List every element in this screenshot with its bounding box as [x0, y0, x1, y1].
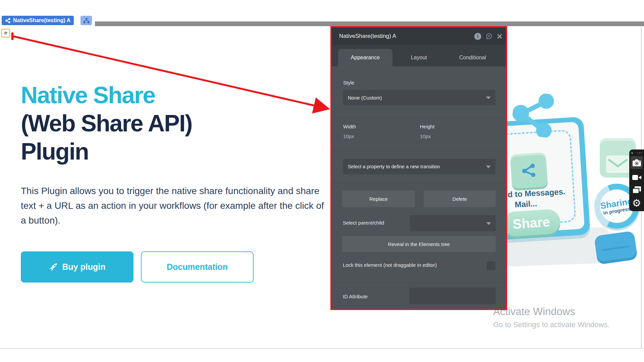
style-dropdown-value: None (Custom): [348, 95, 382, 101]
tab-layout-label: Layout: [411, 55, 427, 61]
width-label: Width: [343, 124, 356, 129]
tab-layout[interactable]: Layout: [399, 49, 439, 66]
parent-child-label: Select parent/child: [343, 220, 384, 226]
height-label: Height: [420, 124, 434, 129]
buy-plugin-label: Buy plugin: [62, 262, 105, 272]
more-icon[interactable]: ⋯: [637, 151, 642, 155]
parent-child-dropdown[interactable]: [410, 215, 496, 231]
activate-windows-subtext: Go to Settings to activate Windows.: [493, 320, 609, 329]
lock-element-checkbox[interactable]: [487, 261, 495, 270]
capture-toolbar: ⋯ ⚙: [629, 149, 644, 211]
chevron-down-icon: [486, 222, 491, 225]
heading-line-3: Plugin: [21, 137, 192, 166]
transition-dropdown[interactable]: Select a property to define a new transi…: [343, 159, 495, 174]
height-value[interactable]: 10px: [420, 133, 431, 139]
lock-element-label: Lock this element (not draggable in edit…: [343, 262, 437, 268]
element-tree-button[interactable]: [80, 16, 92, 25]
style-label: Style: [343, 80, 354, 85]
style-dropdown[interactable]: None (Custom): [343, 90, 495, 105]
panel-divider: [332, 151, 506, 151]
info-icon[interactable]: i: [474, 33, 481, 40]
envelope-icon: [606, 156, 630, 173]
camera-icon[interactable]: [631, 156, 643, 169]
width-value[interactable]: 10px: [343, 133, 354, 139]
replace-button-label: Replace: [369, 196, 388, 202]
heading-line-2: (Web Share API): [21, 109, 192, 137]
buy-plugin-button[interactable]: Buy plugin: [21, 251, 133, 283]
delete-button[interactable]: Delete: [424, 190, 496, 207]
panel-header[interactable]: NativeShare(testing) A i: [332, 27, 506, 45]
hierarchy-icon: [83, 18, 90, 23]
close-icon[interactable]: [497, 34, 502, 39]
property-editor-panel: NativeShare(testing) A i: [330, 26, 507, 310]
illustration-share-label: Share: [512, 214, 550, 232]
tab-appearance-label: Appearance: [351, 55, 380, 61]
illustration-share-button: Share: [502, 208, 561, 237]
id-attribute-label: ID Attribute: [343, 294, 368, 299]
reveal-elements-tree-button[interactable]: Reveal in the Elements tree: [342, 236, 496, 252]
panel-divider: [332, 118, 506, 118]
chevron-down-icon: [486, 166, 491, 168]
reveal-button-label: Reveal in the Elements tree: [388, 241, 450, 247]
editor-top-bar: [95, 21, 644, 26]
documentation-button[interactable]: Documentation: [141, 251, 254, 283]
tab-conditional-label: Conditional: [459, 55, 486, 61]
page-description: This Plugin allows you to trigger the na…: [21, 184, 328, 228]
screenshot-root: Native Share (Web Share API) Plugin This…: [0, 0, 644, 362]
gear-icon[interactable]: ⚙: [631, 196, 643, 209]
element-mini-icon[interactable]: fr: [1, 29, 10, 38]
page-title: Native Share (Web Share API) Plugin: [21, 81, 192, 166]
share-nodes-illustration-icon: [510, 90, 557, 139]
delete-button-label: Delete: [452, 196, 467, 202]
info-glyph: i: [477, 34, 479, 39]
share-tile: [510, 152, 548, 189]
video-icon[interactable]: [631, 171, 643, 184]
windows-capture-icon[interactable]: [631, 184, 643, 196]
panel-title: NativeShare(testing) A: [339, 33, 396, 40]
rocket-icon: [49, 262, 58, 272]
selected-element-tag[interactable]: NativeShare(testing) A: [2, 16, 74, 25]
heading-line-1: Native Share: [21, 81, 192, 109]
selected-element-label: NativeShare(testing) A: [13, 17, 70, 23]
transition-dropdown-placeholder: Select a property to define a new transi…: [348, 164, 440, 169]
page-bottom-divider: [0, 348, 644, 349]
share-tile-icon: [520, 161, 538, 180]
panel-tab-bar: Appearance Layout Conditional: [332, 45, 506, 66]
id-attribute-input[interactable]: [409, 288, 496, 304]
comment-icon[interactable]: [486, 33, 492, 40]
tab-conditional[interactable]: Conditional: [446, 49, 499, 66]
status-dot-icon: [631, 152, 633, 154]
panel-divider: [332, 183, 506, 183]
gear-glyph: ⚙: [632, 197, 641, 209]
illustration-blue-box-slot: [602, 245, 630, 251]
replace-button[interactable]: Replace: [342, 190, 415, 207]
share-icon: [5, 18, 11, 23]
illustration-blue-box: [594, 231, 638, 265]
panel-divider: [332, 283, 506, 283]
element-mini-glyph: fr: [4, 31, 7, 36]
chevron-down-icon: [486, 97, 491, 99]
tab-appearance[interactable]: Appearance: [338, 49, 392, 66]
documentation-label: Documentation: [167, 262, 228, 272]
